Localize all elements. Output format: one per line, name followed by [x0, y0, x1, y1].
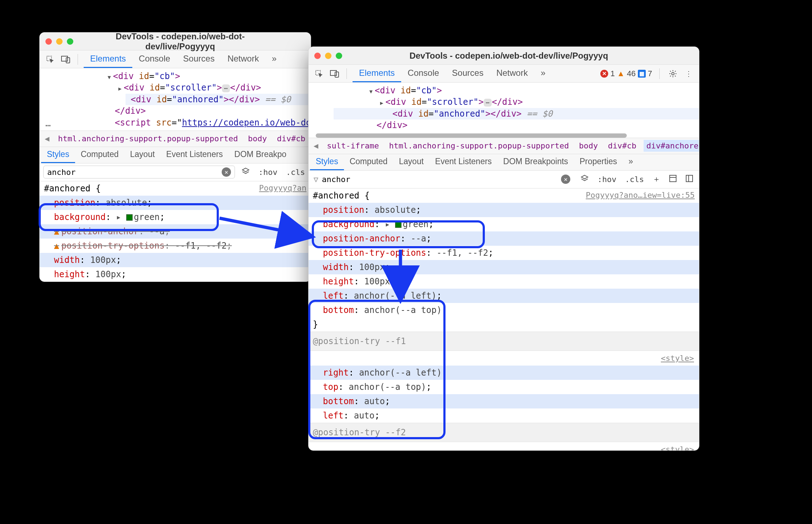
- more-vert-icon[interactable]: ⋮: [683, 68, 695, 80]
- new-rule-icon[interactable]: ＋: [650, 172, 663, 186]
- dom-node-selected[interactable]: <div id="anchored"></div> == $0: [334, 108, 699, 119]
- cls-toggle[interactable]: .cls: [284, 166, 307, 178]
- zoom-icon[interactable]: [67, 38, 73, 45]
- subtab-event-listeners[interactable]: Event Listeners: [161, 147, 229, 163]
- close-icon[interactable]: [45, 38, 52, 45]
- clear-filter-icon[interactable]: ✕: [222, 167, 231, 177]
- toggle-sidebar-icon[interactable]: [683, 173, 695, 186]
- style-property[interactable]: bottom: auto;: [309, 394, 699, 408]
- styles-pane[interactable]: #anchored { Pogyyyq?ano…iew=live:55 posi…: [309, 188, 699, 451]
- device-toggle-icon[interactable]: [60, 53, 72, 65]
- style-property[interactable]: left: anchor(--a left);: [40, 281, 311, 282]
- source-link[interactable]: Pogyyyq?an: [259, 182, 306, 195]
- filter-input[interactable]: anchor ✕: [43, 166, 235, 178]
- gear-icon[interactable]: [667, 68, 679, 80]
- tab-more[interactable]: »: [265, 50, 283, 68]
- tab-network[interactable]: Network: [490, 65, 534, 82]
- subtab-dom-breakpoints[interactable]: DOM Breakpoints: [497, 154, 574, 170]
- source-link[interactable]: Pogyyyq?ano…iew=live:55: [586, 189, 695, 202]
- style-property[interactable]: background: ▸ green;: [40, 210, 311, 224]
- breadcrumb-prev[interactable]: ◀: [43, 134, 51, 143]
- style-property[interactable]: position-try-options: --f1, --f2;: [309, 246, 699, 260]
- subtab-properties[interactable]: Properties: [574, 154, 623, 170]
- breadcrumb-prev[interactable]: ◀: [312, 141, 320, 150]
- filter-input[interactable]: ▽ anchor ✕: [312, 173, 574, 186]
- crumb-divcb[interactable]: div#cb: [605, 140, 639, 152]
- style-property[interactable]: left: auto;: [309, 408, 699, 423]
- source-link[interactable]: <style>: [661, 352, 694, 364]
- dom-node[interactable]: <script src="https://codepen.io/web-dot-…: [115, 117, 304, 128]
- style-property[interactable]: height: 100px;: [309, 274, 699, 289]
- subtab-more[interactable]: »: [623, 154, 639, 170]
- at-rule-heading[interactable]: @position-try --f2: [309, 423, 699, 442]
- horizontal-scrollbar[interactable]: [309, 133, 699, 138]
- tab-network[interactable]: Network: [221, 50, 265, 68]
- style-property[interactable]: bottom: anchor(--a top);: [309, 303, 699, 317]
- crumb-body[interactable]: body: [576, 140, 601, 152]
- crumb-divcb[interactable]: div#cb: [274, 133, 308, 145]
- style-property[interactable]: left: anchor(--a left);: [309, 289, 699, 303]
- tab-console[interactable]: Console: [132, 50, 177, 68]
- crumb-body[interactable]: body: [245, 133, 270, 145]
- tab-sources[interactable]: Sources: [446, 65, 490, 82]
- style-property[interactable]: position: absolute;: [40, 196, 311, 210]
- style-property-invalid[interactable]: ▲position-anchor: --a;: [40, 224, 311, 239]
- style-property[interactable]: width: 100px;: [309, 260, 699, 274]
- style-property[interactable]: top: anchor(--a top);: [309, 380, 699, 394]
- tab-elements[interactable]: Elements: [353, 65, 401, 82]
- dom-tree[interactable]: <div id="cb"> <div id="scroller">⋯</div>…: [309, 83, 699, 133]
- dom-node[interactable]: <div id="cb">: [369, 85, 692, 96]
- cls-toggle[interactable]: .cls: [623, 173, 646, 185]
- style-property[interactable]: position: absolute;: [309, 203, 699, 217]
- subtab-computed[interactable]: Computed: [344, 154, 393, 170]
- inspect-icon[interactable]: [313, 68, 325, 80]
- subtab-dom-breakpoints[interactable]: DOM Breakpo: [228, 147, 292, 163]
- dom-node[interactable]: </div>: [377, 119, 692, 131]
- subtab-styles[interactable]: Styles: [41, 147, 75, 163]
- tab-more[interactable]: »: [534, 65, 552, 82]
- style-property[interactable]: width: 100px;: [40, 253, 311, 267]
- tab-elements[interactable]: Elements: [84, 50, 132, 68]
- clear-filter-icon[interactable]: ✕: [561, 175, 570, 184]
- crumb-anchored[interactable]: div#anchored: [644, 140, 699, 152]
- computed-styles-icon[interactable]: [667, 173, 679, 186]
- style-property-invalid[interactable]: ▲position-try-options: --f1, --f2;: [40, 239, 311, 253]
- breadcrumb[interactable]: ◀ sult-iframe html.anchoring-support.pop…: [309, 138, 699, 154]
- error-counts[interactable]: ✕1 ▲46 ▦7: [600, 69, 652, 78]
- inspect-icon[interactable]: [44, 53, 56, 65]
- close-icon[interactable]: [314, 53, 321, 59]
- rule-selector-row[interactable]: #anchored { Pogyyyq?ano…iew=live:55: [309, 188, 699, 203]
- crumb-html[interactable]: html.anchoring-support.popup-supported: [386, 140, 572, 152]
- style-property[interactable]: height: 100px;: [40, 267, 311, 281]
- minimize-icon[interactable]: [325, 53, 331, 59]
- tab-sources[interactable]: Sources: [177, 50, 221, 68]
- hov-toggle[interactable]: :hov: [595, 173, 619, 185]
- crumb-iframe[interactable]: sult-iframe: [324, 140, 382, 152]
- at-rule-heading[interactable]: @position-try --f1: [309, 332, 699, 351]
- subtab-event-listeners[interactable]: Event Listeners: [429, 154, 498, 170]
- subtab-layout[interactable]: Layout: [124, 147, 161, 163]
- zoom-icon[interactable]: [336, 53, 342, 59]
- style-property[interactable]: background: ▸ green;: [309, 217, 699, 231]
- dom-node[interactable]: </div>: [115, 105, 304, 117]
- style-property[interactable]: position-anchor: --a;: [309, 231, 699, 246]
- titlebar[interactable]: DevTools - codepen.io/web-dot-dev/live/P…: [40, 33, 311, 50]
- layers-icon[interactable]: [239, 166, 252, 179]
- hov-toggle[interactable]: :hov: [256, 166, 280, 178]
- styles-pane[interactable]: #anchored { Pogyyyq?an position: absolut…: [40, 181, 311, 282]
- subtab-computed[interactable]: Computed: [75, 147, 124, 163]
- device-toggle-icon[interactable]: [329, 68, 341, 80]
- dom-node[interactable]: <div id="scroller">⋯</div>: [118, 82, 304, 93]
- titlebar[interactable]: DevTools - codepen.io/web-dot-dev/live/P…: [309, 47, 699, 65]
- dom-node-selected[interactable]: <div id="anchored"></div> == $0: [126, 94, 311, 105]
- source-link[interactable]: <style>: [661, 444, 694, 451]
- style-property[interactable]: right: anchor(--a left);: [309, 366, 699, 380]
- minimize-icon[interactable]: [56, 38, 63, 45]
- layers-icon[interactable]: [578, 173, 591, 186]
- tab-console[interactable]: Console: [401, 65, 446, 82]
- dom-tree[interactable]: <div id="cb"> <div id="scroller">⋯</div>…: [40, 68, 311, 131]
- subtab-layout[interactable]: Layout: [393, 154, 429, 170]
- breadcrumb[interactable]: ◀ html.anchoring-support.popup-supported…: [40, 131, 311, 147]
- subtab-styles[interactable]: Styles: [310, 154, 344, 170]
- dom-node[interactable]: <div id="cb">: [108, 70, 304, 82]
